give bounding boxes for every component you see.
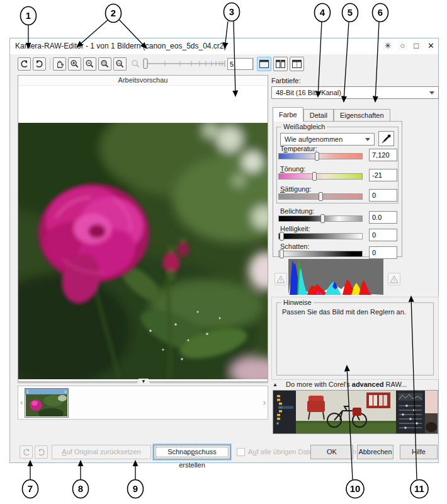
toolbar: 100: [10, 54, 438, 75]
zoom-out-button[interactable]: [83, 57, 96, 71]
rotate-right-button[interactable]: [33, 57, 46, 71]
color-depth-value: 48-Bit (16 Bits/Kanal): [276, 89, 429, 96]
temperature-value-input[interactable]: [369, 149, 397, 161]
tint-label: Tönung:: [280, 165, 305, 173]
close-icon[interactable]: ✕: [427, 41, 434, 50]
banner-row: ▲ Do more with Corel's advanced RAW...: [273, 381, 438, 389]
temperature-slider[interactable]: [278, 153, 363, 159]
maximize-icon[interactable]: □: [414, 41, 419, 50]
callout-7: 7: [28, 483, 33, 494]
brightness-value-input[interactable]: [369, 229, 397, 241]
shadow-slider[interactable]: [278, 251, 363, 257]
shadow-slider-handle[interactable]: [280, 249, 284, 258]
saturation-slider[interactable]: [278, 193, 363, 200]
redo-button: [35, 445, 48, 459]
ok-button[interactable]: OK: [310, 445, 353, 459]
screenshot-canvas: Kamera-RAW-Editor - 1 von 1 Bildern (can…: [0, 0, 447, 504]
cancel-button[interactable]: Abbrechen: [357, 445, 393, 459]
callout-10: 10: [350, 483, 361, 494]
histogram: [288, 259, 383, 295]
split-slider-pane-icon: [292, 60, 302, 68]
collapse-strip-icon[interactable]: ▼: [139, 379, 149, 384]
film-next-icon[interactable]: ›: [263, 398, 266, 407]
warning-triangle-icon: [390, 275, 399, 284]
view-split-button[interactable]: [273, 57, 288, 71]
brightness-label: Helligkeit:: [280, 225, 310, 232]
settings-tabs: Farbe Detail Eigenschaften: [273, 108, 390, 122]
hints-container: Hinweise Passen Sie das Bild mit den Reg…: [271, 297, 439, 380]
saturation-label: Sättigung:: [280, 185, 312, 193]
eyedropper-button[interactable]: [378, 131, 394, 146]
magnifier-icon: [131, 59, 140, 69]
pan-tool-button[interactable]: [53, 57, 66, 71]
zoom-slider[interactable]: [142, 57, 227, 70]
zoom-out-icon: [85, 59, 94, 69]
settings-icon[interactable]: ✳: [384, 41, 391, 50]
zoom-fit-button[interactable]: [98, 57, 111, 71]
saturation-slider-handle[interactable]: [319, 192, 323, 201]
toolbar-separator: [50, 58, 50, 70]
shadow-value-input[interactable]: [369, 246, 397, 259]
banner-text[interactable]: Do more with Corel's advanced RAW...: [286, 381, 407, 388]
view-single-button[interactable]: [257, 57, 271, 71]
shadow-label: Schatten:: [280, 243, 309, 250]
chevron-down-icon: [365, 138, 370, 141]
collapse-banner-icon[interactable]: ▲: [273, 382, 278, 387]
view-split-slider-button[interactable]: [290, 57, 304, 71]
rotate-left-button[interactable]: [18, 57, 31, 71]
thumbnail-index: 1: [26, 389, 29, 394]
create-snapshot-button[interactable]: Schnappschuss erstellen: [154, 445, 230, 459]
callout-2: 2: [111, 8, 116, 18]
zoom-slider-track: [142, 57, 227, 70]
title-bar[interactable]: Kamera-RAW-Editor - 1 von 1 Bildern (can…: [10, 38, 438, 54]
callout-9: 9: [133, 483, 138, 494]
brightness-slider[interactable]: [278, 233, 363, 239]
banner-promo-graphic: [273, 391, 438, 433]
tab-farbe[interactable]: Farbe: [273, 107, 303, 122]
temperature-slider-handle[interactable]: [315, 152, 319, 161]
undo-icon: [22, 448, 31, 457]
tint-slider-handle[interactable]: [312, 172, 317, 181]
tint-value-input[interactable]: [369, 169, 397, 181]
rose-photo: [18, 123, 268, 379]
zoom-100-button[interactable]: 100: [113, 57, 127, 71]
thumbnail-header: 1 x: [25, 389, 68, 394]
thumbnail-close-icon[interactable]: x: [65, 389, 67, 394]
toolbar-separator: [253, 58, 254, 70]
banner-image[interactable]: [273, 390, 438, 434]
help-button[interactable]: Hilfe: [400, 445, 438, 459]
camera-raw-editor-dialog: Kamera-RAW-Editor - 1 von 1 Bildern (can…: [9, 38, 439, 463]
tab-detail[interactable]: Detail: [303, 109, 334, 122]
callout-8: 8: [78, 483, 83, 494]
saturation-value-input[interactable]: [369, 189, 397, 202]
exposure-slider-handle[interactable]: [320, 214, 325, 223]
color-depth-select[interactable]: 48-Bit (16 Bits/Kanal): [271, 86, 439, 99]
brightness-slider-handle[interactable]: [280, 232, 284, 241]
callout-3: 3: [229, 6, 234, 17]
eyedropper-icon: [381, 134, 392, 144]
white-balance-select[interactable]: Wie aufgenommen: [280, 133, 375, 146]
callout-1: 1: [26, 10, 31, 21]
thumbnail-item[interactable]: 1 x: [25, 388, 69, 418]
minimize-icon[interactable]: ○: [400, 41, 405, 50]
hints-label: Hinweise: [281, 299, 314, 306]
single-pane-icon: [259, 60, 269, 68]
apply-all-checkbox: [237, 448, 245, 456]
filmstrip: ‹ › 1 x: [18, 386, 268, 420]
callout-11: 11: [414, 483, 424, 494]
histogram-chart: [288, 259, 383, 295]
zoom-slider-handle[interactable]: [144, 59, 147, 69]
callout-6: 6: [378, 7, 383, 18]
zoom-value-input[interactable]: [227, 58, 253, 70]
zoom-in-button[interactable]: [68, 57, 81, 71]
callout-5: 5: [348, 7, 353, 18]
undo-button: [20, 445, 33, 459]
zoom-tool-disabled-button: [129, 57, 142, 71]
hints-text: Passen Sie das Bild mit den Reglern an.: [282, 308, 428, 316]
preview-photo[interactable]: [18, 123, 268, 379]
tab-eigenschaften[interactable]: Eigenschaften: [334, 109, 390, 122]
film-prev-icon[interactable]: ‹: [20, 398, 23, 407]
exposure-value-input[interactable]: [369, 211, 397, 224]
exposure-slider[interactable]: [278, 215, 363, 222]
tint-slider[interactable]: [278, 173, 363, 180]
